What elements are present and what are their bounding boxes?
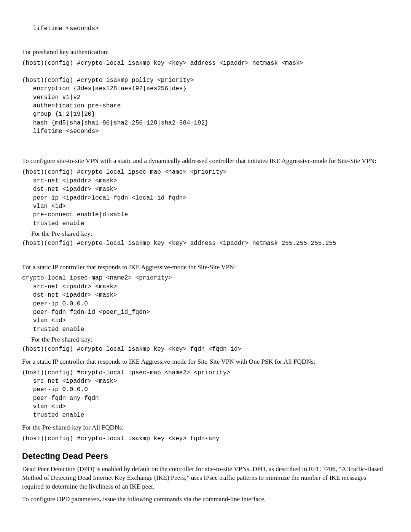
paragraph-dpd-1: Dead Peer Detection (DPD) is enabled by … bbox=[22, 465, 389, 491]
note-psk-1: For the Pre-shared-key: bbox=[22, 230, 389, 238]
paragraph-preshared: For preshared key authentication: bbox=[22, 48, 389, 57]
code-block-ipsec-map-1: (host)(config) #crypto-local ipsec-map <… bbox=[22, 168, 389, 228]
code-block-isakmp-key: (host)(config) #crypto-local isakmp key … bbox=[22, 59, 389, 67]
code-block-lifetime: lifetime <seconds> bbox=[22, 24, 389, 33]
page-content: lifetime <seconds> For preshared key aut… bbox=[0, 0, 411, 525]
code-block-isakmp-key-netmask: (host)(config) #crypto-local isakmp key … bbox=[22, 239, 389, 248]
code-block-ipsec-map-3: (host)(config) #crypto-local ipsec-map <… bbox=[22, 369, 389, 420]
paragraph-static-ip: For a static IP controller that responds… bbox=[22, 263, 389, 272]
note-psk-2: For the Pre-shared-key: bbox=[22, 336, 389, 343]
paragraph-one-psk: For a static IP controller that responds… bbox=[22, 358, 389, 366]
paragraph-aggressive-mode: To configure site-to-site VPN with a sta… bbox=[22, 157, 389, 166]
heading-detecting-dead-peers: Detecting Dead Peers bbox=[22, 451, 389, 461]
code-block-isakmp-fqdn: (host)(config) #crypto-local isakmp key … bbox=[22, 345, 389, 353]
code-block-isakmp-policy: (host)(config) #crypto isakmp policy <pr… bbox=[22, 76, 389, 136]
paragraph-dpd-2: To configure DPD parameters, issue the f… bbox=[22, 495, 389, 504]
code-block-ipsec-map-2: crypto-local ipsec-map <name2> <priority… bbox=[22, 274, 389, 334]
paragraph-psk-all-fqdns: For the Pre-shared-key for All FQDNs: bbox=[22, 423, 389, 432]
code-block-isakmp-fqdn-any: (host)(config) #crypto-local isakmp key … bbox=[22, 435, 389, 443]
